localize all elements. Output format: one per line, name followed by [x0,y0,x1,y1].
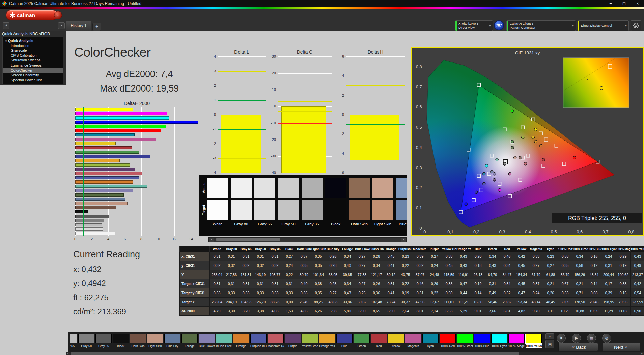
play-button[interactable]: ▶ [572,334,581,343]
table-row: x: CIE310,310,310,310,310,310,270,370,35… [180,252,644,261]
column-header: Foliage [340,246,355,252]
next-button[interactable]: Next» [603,343,640,351]
gear-icon [633,22,639,29]
tree-item-grayscale[interactable]: Grayscale [3,48,63,53]
pattern-patch[interactable]: Gray 35 [95,334,112,348]
scroll-left-icon[interactable]: ◄ [209,238,214,242]
pattern-patch[interactable]: 100% Green [457,334,473,348]
chevron-down-icon[interactable]: ▼ [623,21,628,31]
pattern-patch[interactable]: Black [113,334,129,348]
meter-profile-badge[interactable]: 707 [494,20,504,30]
scroll-left-icon[interactable]: ◄ [66,352,70,355]
back-button[interactable]: «Back [558,343,598,351]
swatch-scrollbar[interactable]: ◄ ► [208,237,407,242]
table-cell: 0,51 [384,279,398,288]
pattern-window-button[interactable]: ▣ [545,340,554,348]
pattern-patch[interactable]: Moderate Red [268,334,284,348]
settings-button[interactable] [631,20,641,31]
pattern-patch[interactable]: Blue Flower [199,334,215,348]
tab-add-button[interactable]: + [92,23,101,31]
pattern-patch[interactable]: Orange [233,334,249,348]
tree-item-quick-analysis[interactable]: ▾Quick Analysis [3,38,63,43]
pattern-patch[interactable]: Yellow [388,334,404,348]
pattern-patch[interactable]: Red [371,334,387,348]
patch-bar-up-button[interactable]: ▲ [545,333,554,339]
pattern-patch[interactable]: 100% Magenta [508,334,525,348]
gridline [218,173,266,173]
pattern-patch[interactable]: Yellow Green [302,334,318,348]
table-row: Target Y258,04204,19164,53126,7088,230,0… [180,298,644,307]
workflow-title: Quick Analysis NBC sRGB [2,32,50,36]
pattern-patch[interactable]: Blue Sky [164,334,180,348]
source-button[interactable]: CalMAN Client 3 Pattern Generator ▼ [506,20,576,31]
back-label: Back [576,345,586,350]
chevron-down-icon[interactable]: ▼ [487,21,493,31]
tree-item-cms-calibration[interactable]: CMS Calibration [3,53,63,58]
swatch-label: Dark Skin [349,222,370,226]
minimize-button[interactable]: − [604,0,617,7]
meter-button[interactable]: X-Rite i1Pro 3 Direct View ▼ [455,20,493,31]
pattern-patch[interactable]: 100% Red [440,334,456,348]
pattern-patch[interactable]: Light Skin [147,334,163,348]
table-cell: 24,48 [427,270,442,279]
patch-label: 100% Yellow [526,344,542,348]
pattern-patch[interactable]: Gray 65 [70,334,77,348]
pattern-patch[interactable]: Dark Skin [130,334,146,348]
network-button[interactable]: ⊕ [602,334,611,343]
pattern-patch[interactable]: Foliage [181,334,198,348]
pattern-patch[interactable]: Gray 50 [78,334,94,348]
tree-item-luminance-sweeps[interactable]: Luminance Sweeps [3,63,63,68]
patch-swatch [70,334,77,343]
gridline [278,57,332,57]
pattern-patch[interactable]: Green [354,334,370,348]
table-cell: 0,35 [311,261,326,270]
table-cell: 0,33 [616,279,631,288]
table-cell: 0,27 [355,279,369,288]
table-cell: 3,30 [224,307,239,316]
table-cell: 79,55 [616,298,631,307]
nav-back-button[interactable]: ◄ [3,22,9,29]
chevron-down-icon[interactable]: ▼ [570,21,576,31]
stop-button[interactable]: ■ [557,334,566,343]
row-label: Y [180,270,210,279]
tree-item-colorchecker[interactable]: ColorChecker [3,68,63,73]
pattern-patch[interactable]: Orange Yellow [319,334,335,348]
table-cell: 0,67 [558,279,572,288]
scroll-right-icon[interactable]: ► [401,238,406,242]
tree-item-spectral-power-dist-[interactable]: Spectral Power Dist. [3,78,63,83]
tree-item-introduction[interactable]: Introduction [3,43,63,48]
pattern-patch[interactable]: Magenta [405,334,421,348]
tree-item-screen-uniformity[interactable]: Screen Uniformity [3,73,63,78]
sidebar-collapse-button[interactable]: ◄ [58,22,65,29]
pattern-patch[interactable]: Bluish Green [216,334,232,348]
table-cell: 3,38 [253,307,268,316]
tab-history-1[interactable]: History 1 [66,21,91,31]
pattern-patch[interactable]: 100% Blue [474,334,490,348]
scroll-right-icon[interactable]: ► [640,352,644,355]
maximize-button[interactable]: □ [618,0,631,7]
close-button[interactable]: × [631,0,644,7]
deltae-bar [75,185,147,188]
pattern-patch[interactable]: Blue [336,334,353,348]
scrollbar-thumb[interactable] [71,352,519,355]
axis-tick-label: -4 [206,171,216,175]
scrollbar-thumb[interactable] [216,238,280,241]
calman-logo-button[interactable]: calman [6,10,57,20]
logo-dropdown-button[interactable]: ▼ [54,11,62,19]
pattern-patch[interactable]: 100% Yellow [526,334,542,348]
save-button[interactable]: ▦ [587,334,596,343]
pattern-patch[interactable]: Purple [285,334,301,348]
pattern-patch[interactable]: Cyan [422,334,439,348]
axis-tick-label: 2 [88,237,95,241]
horizontal-scrollbar[interactable]: ◄ ► [66,352,644,355]
column-header: Yellow Green [442,246,456,252]
display-control-button[interactable]: Direct Display Control ▼ [578,20,629,31]
deltae-bar [75,176,139,180]
patch-label: Yellow Green [302,344,318,348]
tree-item-saturation-sweeps[interactable]: Saturation Sweeps [3,58,63,63]
pattern-patch[interactable]: Purplish Blue [250,334,267,348]
table-cell: 0,36 [297,288,311,298]
table-cell: 0,31 [253,252,268,261]
axis-tick-label: 0 [334,112,344,117]
pattern-patch[interactable]: 100% Cyan [491,334,507,348]
